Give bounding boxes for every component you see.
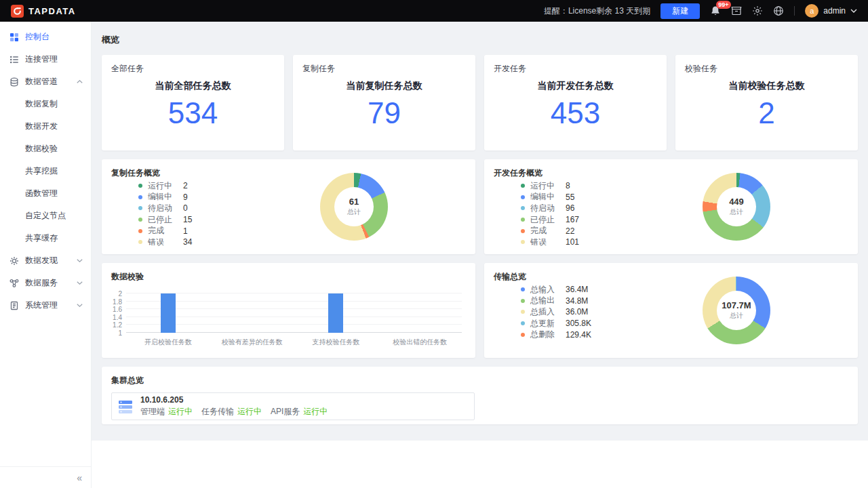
legend-value: 8 [566,181,570,190]
legend-value: 55 [566,192,574,202]
legend-value: 36.0M [566,307,588,317]
legend-dot [521,184,525,188]
collapse-chevrons-icon: « [77,472,82,483]
sidebar-item-data-development[interactable]: 数据开发 [0,115,91,138]
sidebar-item-dashboard[interactable]: 控制台 [0,26,91,48]
settings-gear-icon[interactable] [752,5,763,16]
legend-item: 待启动0 [138,203,192,214]
sidebar-item-data-discovery[interactable]: 数据发现 [0,249,91,272]
sidebar-item-function-management[interactable]: 函数管理 [0,182,91,205]
validation-chart-card: 数据校验 21.81.61.41.21 开启校验任务数校验有差异的任务数支持校验… [102,263,475,358]
legend-item: 运行中2 [138,180,192,192]
sidebar-item-label: 连接管理 [25,54,58,65]
legend-label: 总输出 [530,295,566,306]
charts-row: 数据校验 21.81.61.41.21 开启校验任务数校验有差异的任务数支持校验… [102,263,858,358]
service-status: 运行中 [237,406,262,418]
legend-item: 错误34 [138,237,192,248]
transfer-overview-card: 传输总览 总输入36.4M总输出34.8M总插入36.0M总更新305.8K总删… [484,263,858,358]
sidebar-item-data-pipeline[interactable]: 数据管道 [0,70,91,93]
legend-value: 96 [566,203,574,213]
node-ip: 10.10.6.205 [140,395,328,405]
legend-label: 错误 [530,237,566,248]
bar [161,293,176,333]
legend-dot [521,299,525,303]
dashboard-content: 概览 全部任务 当前全部任务总数 534 复制任务 当前复制任务总数 79 开发… [92,22,868,441]
legend-value: 34 [183,237,192,247]
chevron-up-icon [77,80,83,83]
sidebar-item-shared-mining[interactable]: 共享挖掘 [0,160,91,182]
legend-dot [521,310,525,314]
y-axis-label: 2 [118,290,122,298]
service-item: API服务 运行中 [271,406,328,418]
collapse-sidebar-button[interactable]: « [0,466,91,488]
legend-label: 编辑中 [148,191,183,203]
card-title: 集群总览 [111,375,848,386]
legend-item: 总输出34.8M [521,296,591,307]
bar [328,293,343,333]
connections-icon [9,55,19,64]
sidebar-item-label: 系统管理 [25,300,58,311]
sidebar-item-connections[interactable]: 连接管理 [0,48,91,70]
card-title: 复制任务概览 [111,167,466,179]
legend-dot [521,229,525,233]
x-axis-label: 校验有差异的任务数 [210,338,294,347]
legend-item: 已停止15 [138,214,192,226]
sidebar-item-data-services[interactable]: 数据服务 [0,272,91,294]
stat-card-all-tasks: 全部任务 当前全部任务总数 534 [102,55,284,150]
notification-bell-icon[interactable]: 99+ [710,5,721,16]
workbench-box-icon[interactable] [731,5,742,16]
legend-label: 总输入 [530,284,566,296]
bar-slot [378,293,462,333]
donut-total: 61 [349,197,359,207]
sidebar-item-label: 函数管理 [25,188,58,199]
logo-text: TAPDATA [28,6,76,16]
legend-value: 2 [183,181,188,190]
service-status: 运行中 [303,406,328,418]
donut-total-label: 总计 [347,207,361,217]
sidebar-item-system-management[interactable]: 系统管理 [0,294,91,317]
chevron-down-icon [77,304,83,307]
legend-dot [138,206,142,210]
legend-item: 待启动96 [521,203,579,214]
sidebar-item-data-replication[interactable]: 数据复制 [0,93,91,115]
bar-chart-plot: 21.81.61.41.21 [126,293,462,333]
stat-category: 开发任务 [494,63,657,75]
stat-card-validation-tasks: 校验任务 当前校验任务总数 2 [675,55,858,150]
replication-overview-card: 复制任务概览 运行中2编辑中9待启动0已停止15完成1错误34 61 总计 [102,159,475,254]
legend-label: 错误 [148,237,183,248]
chart-legend: 总输入36.4M总输出34.8M总插入36.0M总更新305.8K总删除129.… [521,284,591,340]
legend-value: 167 [566,215,579,224]
legend-value: 34.8M [566,296,588,306]
legend-dot [521,333,525,337]
chevron-down-icon [77,259,83,262]
service-status: 运行中 [168,406,193,418]
donut-center: 449 总计 [717,187,756,226]
legend-item: 总删除129.4K [521,329,591,340]
legend-item: 运行中8 [521,180,579,192]
legend-dot [138,195,142,199]
stat-category: 校验任务 [685,63,848,75]
legend-dot [521,287,525,291]
new-button[interactable]: 新建 [660,3,700,19]
sidebar-item-shared-cache[interactable]: 共享缓存 [0,227,91,249]
legend-label: 总删除 [530,329,566,340]
sidebar-item-data-validation[interactable]: 数据校验 [0,138,91,160]
language-globe-icon[interactable] [773,5,784,16]
legend-value: 129.4K [566,330,591,340]
x-axis-labels: 开启校验任务数校验有差异的任务数支持校验任务数校验出错的任务数 [126,338,462,347]
sidebar-item-label: 数据管道 [25,76,58,87]
notification-badge: 99+ [716,1,730,9]
legend-label: 编辑中 [530,191,566,203]
user-menu[interactable]: a admin [805,4,857,18]
legend-item: 编辑中55 [521,192,579,203]
username: admin [823,6,846,16]
card-title: 数据校验 [111,271,466,283]
sidebar-item-custom-node[interactable]: 自定义节点 [0,205,91,227]
tapdata-logo-icon [11,5,24,18]
legend-label: 运行中 [530,180,566,192]
stat-value: 453 [494,96,657,131]
stat-card-replication-tasks: 复制任务 当前复制任务总数 79 [293,55,475,150]
legend-dot [138,229,142,233]
page-title: 概览 [102,34,858,46]
legend-item: 编辑中9 [138,192,192,203]
